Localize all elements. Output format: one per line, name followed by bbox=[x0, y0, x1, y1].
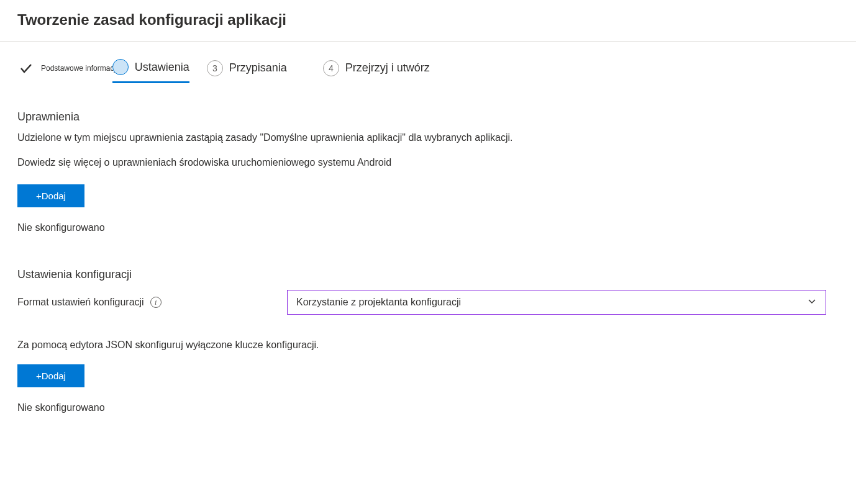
permissions-learn-more-link[interactable]: Dowiedz się więcej o uprawnieniach środo… bbox=[17, 157, 839, 168]
wizard-step-review[interactable]: 4 Przejrzyj i utwórz bbox=[323, 60, 430, 83]
add-permission-button[interactable]: +Dodaj bbox=[17, 184, 84, 207]
permissions-title: Uprawnienia bbox=[17, 110, 839, 124]
step-label: Ustawienia bbox=[135, 61, 189, 74]
chevron-down-icon bbox=[807, 296, 817, 308]
config-status: Nie skonfigurowano bbox=[17, 402, 839, 413]
step-label: Przejrzyj i utwórz bbox=[345, 61, 430, 74]
page-header: Tworzenie zasad konfiguracji aplikacji bbox=[0, 0, 856, 42]
wizard-step-settings[interactable]: Ustawienia bbox=[112, 59, 189, 83]
config-json-description: Za pomocą edytora JSON skonfiguruj wyłąc… bbox=[17, 340, 839, 351]
checkmark-icon bbox=[17, 60, 35, 77]
wizard-step-basics[interactable]: Podstawowe informacje bbox=[17, 60, 120, 83]
step-number-icon bbox=[112, 59, 129, 75]
permissions-status: Nie skonfigurowano bbox=[17, 222, 839, 233]
add-config-button[interactable]: +Dodaj bbox=[17, 364, 84, 387]
step-number-icon: 4 bbox=[323, 60, 339, 76]
page-content: Podstawowe informacje Ustawienia 3 Przyp… bbox=[0, 42, 856, 413]
step-label: Podstawowe informacje bbox=[41, 64, 120, 73]
config-format-row: Format ustawień konfiguracji i Korzystan… bbox=[17, 290, 839, 315]
config-format-label: Format ustawień konfiguracji bbox=[17, 297, 144, 308]
wizard-step-assignments[interactable]: 3 Przypisania bbox=[207, 60, 287, 83]
wizard-steps: Podstawowe informacje Ustawienia 3 Przyp… bbox=[17, 42, 839, 92]
step-number-icon: 3 bbox=[207, 60, 223, 76]
permissions-description: Udzielone w tym miejscu uprawnienia zast… bbox=[17, 132, 839, 143]
config-format-label-wrap: Format ustawień konfiguracji i bbox=[17, 297, 287, 308]
config-title: Ustawienia konfiguracji bbox=[17, 268, 839, 281]
dropdown-value: Korzystanie z projektanta konfiguracji bbox=[296, 297, 461, 308]
permissions-section: Uprawnienia Udzielone w tym miejscu upra… bbox=[17, 110, 839, 233]
step-label: Przypisania bbox=[229, 61, 287, 74]
config-section: Ustawienia konfiguracji Format ustawień … bbox=[17, 268, 839, 413]
config-format-dropdown[interactable]: Korzystanie z projektanta konfiguracji bbox=[287, 290, 826, 315]
page-title: Tworzenie zasad konfiguracji aplikacji bbox=[17, 11, 839, 29]
info-icon[interactable]: i bbox=[150, 297, 162, 308]
